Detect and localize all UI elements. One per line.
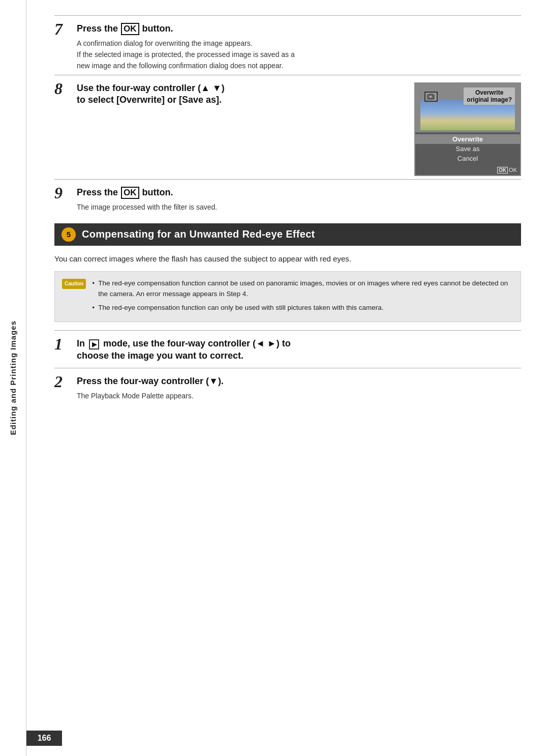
cam-ok-label-box: OK [497, 167, 508, 173]
step-7-row: 7 Press the OK button. A confirmation di… [54, 15, 521, 72]
caution-badge: Caution [62, 279, 86, 289]
caution-text: The red-eye compensation function cannot… [92, 278, 513, 316]
step-8-content: Use the four-way controller (▲ ▼) to sel… [77, 82, 404, 109]
step-7-desc: A confirmation dialog for overwriting th… [77, 38, 521, 71]
step-8-row: 8 Use the four-way controller (▲ ▼) to s… [54, 75, 521, 176]
camera-screen-mockup: Overwriteoriginal image? Overwrite Save … [414, 82, 521, 176]
page-number: 166 [26, 731, 62, 746]
re-step-2-number: 2 [54, 373, 77, 390]
sidebar: Editing and Printing Images [0, 0, 26, 756]
cam-screen: Overwriteoriginal image? [415, 83, 520, 132]
cam-ok-button: OK OK [497, 167, 517, 173]
re-step-1-number: 1 [54, 336, 77, 352]
cam-menu-saveas: Save as [415, 144, 520, 154]
step-9-content: Press the OK button. The image processed… [77, 187, 521, 213]
re-step-1-content: In ▶ mode, use the four-way controller (… [77, 338, 521, 365]
caution-block: Caution The red-eye compensation functio… [54, 271, 521, 323]
re-step-1-heading: In ▶ mode, use the four-way controller (… [77, 338, 521, 362]
section-title: Compensating for an Unwanted Red-eye Eff… [82, 228, 315, 240]
step-9-row: 9 Press the OK button. The image process… [54, 179, 521, 213]
step-9-heading: Press the OK button. [77, 187, 521, 199]
step-9-number: 9 [54, 185, 77, 201]
ok-box-7: OK [121, 23, 139, 35]
re-step-2-desc: The Playback Mode Palette appears. [77, 391, 521, 402]
step-8-number: 8 [54, 80, 77, 97]
cam-menu: Overwrite Save as Cancel [415, 132, 520, 165]
re-step-1-row: 1 In ▶ mode, use the four-way controller… [54, 330, 521, 365]
section-red-eye-header: 5 Compensating for an Unwanted Red-eye E… [54, 223, 521, 246]
svg-point-2 [429, 95, 432, 98]
cam-overwrite-question: Overwriteoriginal image? [464, 88, 515, 105]
section-intro: You can correct images where the flash h… [54, 253, 521, 265]
caution-item-1: The red-eye compensation function cannot… [92, 278, 513, 300]
playback-mode-icon: ▶ [89, 339, 99, 350]
re-step-2-content: Press the four-way controller (▼). The P… [77, 375, 521, 401]
ok-box-9: OK [121, 187, 139, 199]
page-footer: 166 [26, 731, 549, 746]
re-step-2-row: 2 Press the four-way controller (▼). The… [54, 368, 521, 401]
step-7-content: Press the OK button. A confirmation dial… [77, 23, 521, 72]
cam-footer: OK OK [415, 165, 520, 175]
step-9-desc: The image processed with the filter is s… [77, 202, 521, 213]
step-7-number: 7 [54, 21, 77, 37]
cam-menu-cancel: Cancel [415, 154, 520, 163]
caution-item-2: The red-eye compensation function can on… [92, 302, 513, 313]
re-step-2-heading: Press the four-way controller (▼). [77, 375, 521, 387]
section-number-circle: 5 [62, 227, 76, 242]
cam-ok-text: OK [509, 167, 517, 173]
caution-list: The red-eye compensation function cannot… [92, 278, 513, 313]
step-8-heading: Use the four-way controller (▲ ▼) to sel… [77, 82, 404, 106]
main-content: 7 Press the OK button. A confirmation di… [26, 0, 549, 756]
svg-rect-1 [430, 94, 433, 95]
cam-icon [424, 92, 438, 102]
cam-menu-overwrite: Overwrite [415, 134, 520, 144]
step-7-heading: Press the OK button. [77, 23, 521, 35]
section-number: 5 [67, 230, 71, 239]
sidebar-label: Editing and Printing Images [9, 321, 17, 435]
